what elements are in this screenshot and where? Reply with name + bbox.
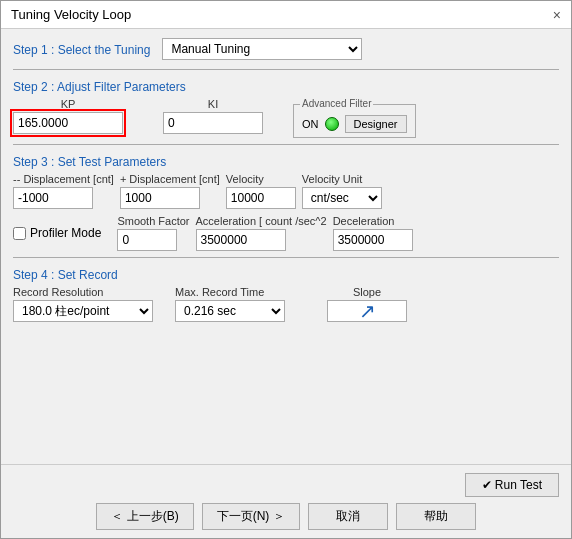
content-area: Step 1 : Select the Tuning Manual Tuning… — [1, 29, 571, 464]
close-button[interactable]: × — [553, 8, 561, 22]
velocity-unit-select[interactable]: cnt/sec rpm — [302, 187, 382, 209]
velocity-unit-col: Velocity Unit cnt/sec rpm — [302, 173, 382, 209]
step4-label: Step 4 : Set Record — [13, 268, 559, 282]
advanced-filter-inner: ON Designer — [302, 115, 407, 133]
tuning-dropdown[interactable]: Manual Tuning Auto Tuning — [162, 38, 362, 60]
step2-label: Step 2 : Adjust Filter Parameters — [13, 80, 559, 94]
advanced-filter-title: Advanced Filter — [300, 98, 373, 109]
bottom-buttons-row: ＜ 上一步(B) 下一页(N) ＞ 取消 帮助 — [13, 503, 559, 530]
cancel-button[interactable]: 取消 — [308, 503, 388, 530]
next-button[interactable]: 下一页(N) ＞ — [202, 503, 300, 530]
ki-input[interactable] — [163, 112, 263, 134]
advanced-filter-box: Advanced Filter ON Designer — [293, 104, 416, 138]
acceleration-col: Acceleration [ count /sec^2 — [196, 215, 327, 251]
acceleration-input[interactable] — [196, 229, 286, 251]
step3-label: Step 3 : Set Test Parameters — [13, 155, 559, 169]
deceleration-label: Deceleration — [333, 215, 413, 227]
step2-section: Step 2 : Adjust Filter Parameters KP KI … — [13, 69, 559, 138]
neg-displacement-col: -- Displacement [cnt] — [13, 173, 114, 209]
step2-fields-row: KP KI Advanced Filter ON Designer — [13, 98, 559, 138]
run-test-row: ✔ Run Test — [13, 473, 559, 497]
pos-displacement-label: + Displacement [cnt] — [120, 173, 220, 185]
on-led[interactable] — [325, 117, 339, 131]
on-label: ON — [302, 118, 319, 130]
ki-label: KI — [163, 98, 263, 110]
deceleration-col: Deceleration — [333, 215, 413, 251]
step3-section: Step 3 : Set Test Parameters -- Displace… — [13, 144, 559, 251]
step1-label: Step 1 : Select the Tuning — [13, 43, 150, 57]
velocity-input[interactable] — [226, 187, 296, 209]
kp-input[interactable] — [13, 112, 123, 134]
pos-displacement-input[interactable] — [120, 187, 200, 209]
slope-label: Slope — [353, 286, 381, 298]
slope-arrow-icon: ↗︎ — [359, 299, 376, 323]
kp-label: KP — [13, 98, 123, 110]
smooth-factor-label: Smooth Factor — [117, 215, 189, 227]
pos-displacement-col: + Displacement [cnt] — [120, 173, 220, 209]
record-row: Record Resolution 180.0 柱ec/point 360.0 … — [13, 286, 559, 322]
title-bar: Tuning Velocity Loop × — [1, 1, 571, 29]
smooth-factor-input[interactable] — [117, 229, 177, 251]
max-record-time-col: Max. Record Time 0.216 sec 0.432 sec — [175, 286, 285, 322]
deceleration-input[interactable] — [333, 229, 413, 251]
slope-col: Slope ↗︎ — [327, 286, 407, 322]
profiler-mode-checkbox[interactable] — [13, 227, 26, 240]
velocity-unit-label: Velocity Unit — [302, 173, 382, 185]
ki-col: KI — [163, 98, 263, 134]
step1-row: Step 1 : Select the Tuning Manual Tuning… — [13, 37, 559, 61]
max-record-time-label: Max. Record Time — [175, 286, 285, 298]
velocity-col: Velocity — [226, 173, 296, 209]
record-resolution-label: Record Resolution — [13, 286, 153, 298]
profiler-smooth-row: Profiler Mode Smooth Factor Acceleration… — [13, 215, 559, 251]
max-record-time-select[interactable]: 0.216 sec 0.432 sec — [175, 300, 285, 322]
smooth-factor-col: Smooth Factor — [117, 215, 189, 251]
slope-display: ↗︎ — [327, 300, 407, 322]
footer: ✔ Run Test ＜ 上一步(B) 下一页(N) ＞ 取消 帮助 — [1, 464, 571, 538]
step3-params-row: -- Displacement [cnt] + Displacement [cn… — [13, 173, 559, 209]
designer-button[interactable]: Designer — [345, 115, 407, 133]
main-window: Tuning Velocity Loop × Step 1 : Select t… — [0, 0, 572, 539]
record-resolution-col: Record Resolution 180.0 柱ec/point 360.0 … — [13, 286, 153, 322]
record-resolution-select[interactable]: 180.0 柱ec/point 360.0 柱ec/point — [13, 300, 153, 322]
run-test-button[interactable]: ✔ Run Test — [465, 473, 559, 497]
profiler-mode-checkbox-row: Profiler Mode — [13, 226, 101, 240]
help-button[interactable]: 帮助 — [396, 503, 476, 530]
prev-button[interactable]: ＜ 上一步(B) — [96, 503, 193, 530]
acceleration-label: Acceleration [ count /sec^2 — [196, 215, 327, 227]
neg-displacement-label: -- Displacement [cnt] — [13, 173, 114, 185]
neg-displacement-input[interactable] — [13, 187, 93, 209]
advanced-filter-container: Advanced Filter ON Designer — [293, 98, 416, 138]
step4-section: Step 4 : Set Record Record Resolution 18… — [13, 257, 559, 322]
profiler-mode-label: Profiler Mode — [30, 226, 101, 240]
velocity-label: Velocity — [226, 173, 296, 185]
kp-col: KP — [13, 98, 123, 134]
window-title: Tuning Velocity Loop — [11, 7, 131, 22]
